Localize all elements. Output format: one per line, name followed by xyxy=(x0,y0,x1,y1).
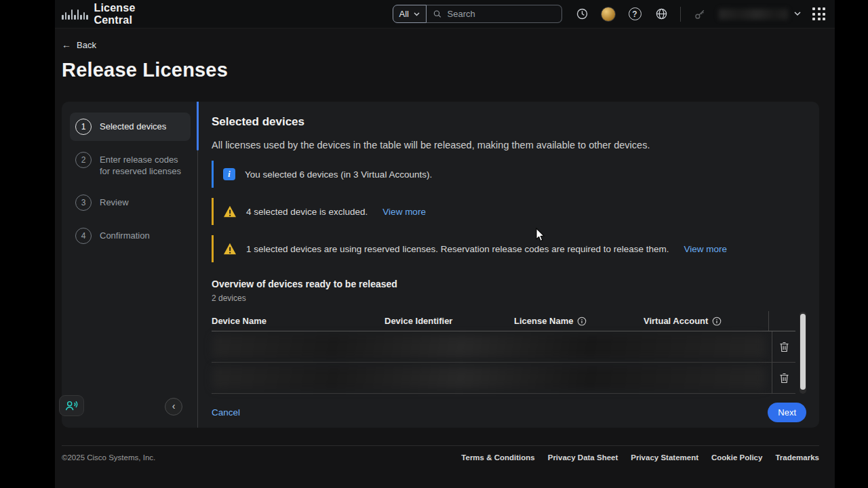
overview-title: Overview of devices ready to be released xyxy=(212,279,806,289)
search-scope-select[interactable]: All xyxy=(393,5,427,23)
wizard-actions: Cancel Next xyxy=(212,403,806,422)
step-content: Selected devices All licenses used by th… xyxy=(198,102,819,428)
trash-icon xyxy=(779,373,789,384)
feedback-button[interactable] xyxy=(59,395,84,416)
overview-device-count: 2 devices xyxy=(212,293,806,303)
warning-alert-text: 1 selected devices are using reserved li… xyxy=(246,244,669,254)
page-title: Release Licenses xyxy=(62,58,835,81)
footer-link-cookie-policy[interactable]: Cookie Policy xyxy=(711,453,762,462)
column-device-identifier: Device Identifier xyxy=(384,316,514,326)
devices-table: Device Name Device Identifier License Na… xyxy=(212,311,806,394)
warning-alert-reserved: 1 selected devices are using reserved li… xyxy=(212,235,806,262)
back-arrow-icon: ← xyxy=(62,39,71,50)
search-box xyxy=(427,5,562,23)
warning-alert-excluded: 4 selected device is excluded. View more xyxy=(212,198,806,225)
step-number: 2 xyxy=(75,152,92,168)
search-scope-value: All xyxy=(399,9,409,19)
trash-icon xyxy=(779,342,789,352)
feedback-icon xyxy=(65,400,78,411)
avatar[interactable] xyxy=(601,7,616,22)
search-cluster: All xyxy=(393,5,562,23)
step-number: 3 xyxy=(75,195,92,211)
info-alert-text: You selected 6 devices (in 3 Virtual Acc… xyxy=(245,169,432,180)
help-icon[interactable]: ? xyxy=(627,7,642,22)
content-heading: Selected devices xyxy=(212,115,806,129)
table-header-row: Device Name Device Identifier License Na… xyxy=(212,311,795,331)
key-icon[interactable] xyxy=(692,7,707,22)
warning-icon xyxy=(223,205,237,218)
footer-link-trademarks[interactable]: Trademarks xyxy=(775,453,819,462)
chevron-left-icon: ‹ xyxy=(172,401,176,411)
step-label: Review xyxy=(100,195,129,209)
step-number: 1 xyxy=(75,119,92,135)
warning-icon xyxy=(223,243,237,255)
chevron-down-icon xyxy=(794,12,801,16)
content-description: All licenses used by the devices in the … xyxy=(212,140,806,150)
warning-alert-text: 4 selected device is excluded. xyxy=(246,207,368,217)
footer-link-privacy-data-sheet[interactable]: Privacy Data Sheet xyxy=(548,453,618,462)
view-more-link[interactable]: View more xyxy=(382,207,426,217)
step-label: Selected devices xyxy=(100,119,166,133)
row-actions-cell xyxy=(772,331,795,362)
info-tooltip-icon[interactable] xyxy=(577,317,587,326)
back-label: Back xyxy=(77,40,96,50)
footer-link-privacy-statement[interactable]: Privacy Statement xyxy=(631,453,698,462)
footer-links: Terms & Conditions Privacy Data Sheet Pr… xyxy=(461,453,819,462)
delete-row-button[interactable] xyxy=(775,338,793,356)
globe-icon[interactable] xyxy=(654,7,669,22)
back-link[interactable]: ← Back xyxy=(62,39,109,50)
table-scrollbar[interactable] xyxy=(800,312,806,394)
step-selected-devices[interactable]: 1 Selected devices xyxy=(70,113,191,141)
table-row xyxy=(212,363,795,394)
topbar: License Central All ? xyxy=(55,0,835,28)
copyright-text: ©2025 Cisco Systems, Inc. xyxy=(62,453,155,462)
collapse-stepper-button[interactable]: ‹ xyxy=(165,398,182,415)
cancel-link[interactable]: Cancel xyxy=(212,407,240,418)
apps-grid-icon[interactable] xyxy=(812,7,825,20)
info-tooltip-icon[interactable] xyxy=(712,317,722,326)
app-title: License Central xyxy=(94,2,165,26)
footer: ©2025 Cisco Systems, Inc. Terms & Condit… xyxy=(62,445,819,462)
search-icon xyxy=(433,9,441,18)
view-more-link[interactable]: View more xyxy=(684,244,728,254)
app-window: License Central All ? xyxy=(55,0,835,488)
history-icon[interactable] xyxy=(574,7,589,22)
step-confirmation[interactable]: 4 Confirmation xyxy=(70,222,191,250)
info-icon: i xyxy=(223,168,235,180)
scrollbar-thumb[interactable] xyxy=(800,314,806,390)
step-label: Enter release codes for reserved license… xyxy=(100,152,185,178)
release-licenses-card: 1 Selected devices 2 Enter release codes… xyxy=(62,102,819,428)
brand: License Central xyxy=(62,2,165,26)
topbar-icons: ? xyxy=(574,7,825,22)
column-license-name: License Name xyxy=(514,316,644,326)
info-alert: i You selected 6 devices (in 3 Virtual A… xyxy=(212,161,806,188)
next-button[interactable]: Next xyxy=(768,403,806,422)
footer-link-terms[interactable]: Terms & Conditions xyxy=(461,453,534,462)
redacted-row-content xyxy=(213,367,765,389)
user-menu[interactable] xyxy=(719,9,801,20)
stepper: 1 Selected devices 2 Enter release codes… xyxy=(62,102,197,428)
avatar-image xyxy=(601,7,616,22)
step-enter-release-codes[interactable]: 2 Enter release codes for reserved licen… xyxy=(70,146,191,184)
search-input[interactable] xyxy=(446,8,555,20)
column-actions xyxy=(768,311,792,331)
step-review[interactable]: 3 Review xyxy=(70,188,191,217)
cisco-logo-icon xyxy=(62,9,88,20)
step-number: 4 xyxy=(75,228,92,244)
table-row xyxy=(212,331,795,363)
row-actions-cell xyxy=(772,363,795,393)
column-device-name: Device Name xyxy=(212,316,384,326)
chevron-down-icon xyxy=(414,12,420,16)
topbar-divider xyxy=(680,7,681,22)
redacted-row-content xyxy=(213,336,765,358)
step-label: Confirmation xyxy=(100,228,150,242)
delete-row-button[interactable] xyxy=(775,369,793,387)
column-virtual-account: Virtual Account xyxy=(644,316,768,326)
username-redacted xyxy=(719,9,788,20)
